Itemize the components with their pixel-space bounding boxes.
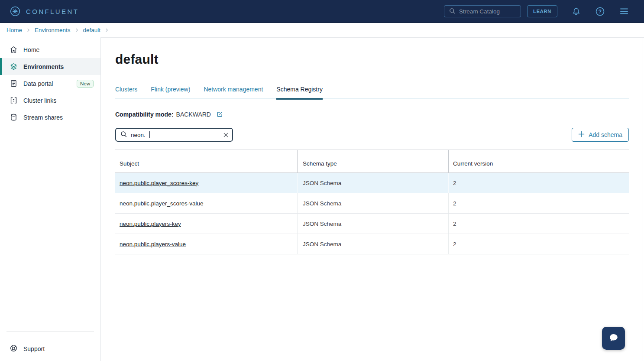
navbar-actions: Stream Catalog LEARN ?	[444, 5, 629, 17]
tab-network-management[interactable]: Network management	[204, 86, 263, 100]
sidebar-item-home[interactable]: Home	[0, 41, 100, 58]
table-row[interactable]: neon.public.player_scores-value JSON Sch…	[115, 193, 629, 214]
breadcrumb: Home Environments default	[0, 23, 644, 37]
tab-bar: Clusters Flink (preview) Network managem…	[115, 86, 629, 99]
sidebar-item-label: Environments	[23, 63, 64, 70]
right-edge-line	[643, 38, 643, 361]
confluent-logo-icon	[10, 6, 21, 17]
sidebar-item-environments[interactable]: Environments	[0, 58, 100, 75]
schema-toolbar: neon. Add schema	[115, 128, 629, 142]
add-schema-label: Add schema	[589, 131, 622, 138]
column-header-subject: Subject	[115, 150, 298, 172]
chat-bubble-icon	[608, 332, 619, 345]
subject-link[interactable]: neon.public.players-value	[120, 241, 186, 247]
schema-type-cell: JSON Schema	[298, 234, 449, 254]
sidebar-divider	[6, 331, 94, 332]
brand-wordmark: CONFLUENT	[26, 8, 79, 15]
sidebar-item-cluster-links[interactable]: Cluster links	[0, 92, 100, 109]
schema-table: Subject Schema type Current version neon…	[115, 150, 629, 254]
breadcrumb-home[interactable]: Home	[6, 27, 22, 33]
sidebar-item-label: Support	[23, 345, 45, 352]
schema-type-cell: JSON Schema	[298, 193, 449, 213]
compatibility-mode-row: Compatibility mode: BACKWARD	[115, 111, 644, 118]
sidebar-item-label: Data portal	[23, 80, 53, 87]
hamburger-menu-icon[interactable]	[619, 6, 629, 16]
database-icon	[10, 113, 18, 121]
learn-button[interactable]: LEARN	[527, 5, 557, 17]
main-content: default Clusters Flink (preview) Network…	[101, 37, 644, 361]
current-version-cell: 2	[449, 173, 629, 193]
compatibility-mode-label: Compatibility mode:	[115, 111, 174, 118]
current-version-cell: 2	[449, 193, 629, 213]
table-row[interactable]: neon.public.player_scores-key JSON Schem…	[115, 173, 629, 193]
tab-clusters[interactable]: Clusters	[115, 86, 137, 100]
life-ring-icon	[10, 344, 18, 354]
sidebar: Home Environments Data portal New	[0, 37, 101, 361]
plus-icon	[578, 131, 585, 139]
document-icon	[10, 79, 18, 88]
column-header-current-version: Current version	[449, 150, 629, 172]
subject-link[interactable]: neon.public.players-key	[120, 221, 181, 227]
chevron-right-icon	[75, 28, 79, 32]
current-version-cell: 2	[449, 214, 629, 234]
layers-icon	[10, 62, 18, 71]
page-title: default	[115, 52, 644, 67]
catalog-search-placeholder: Stream Catalog	[459, 8, 500, 15]
sidebar-item-label: Stream shares	[23, 114, 63, 121]
subject-link[interactable]: neon.public.player_scores-value	[120, 200, 204, 207]
schema-search-input[interactable]: neon.	[115, 128, 233, 142]
current-version-cell: 2	[449, 234, 629, 254]
top-navbar: CONFLUENT Stream Catalog LEARN ?	[0, 0, 644, 23]
sidebar-item-stream-shares[interactable]: Stream shares	[0, 109, 100, 126]
tab-flink-preview[interactable]: Flink (preview)	[151, 86, 190, 100]
breadcrumb-environments[interactable]: Environments	[35, 27, 71, 33]
subject-link[interactable]: neon.public.player_scores-key	[120, 180, 198, 186]
home-icon	[10, 46, 18, 54]
chat-widget-button[interactable]	[602, 327, 625, 350]
chevron-right-icon	[105, 28, 109, 32]
search-icon	[449, 7, 456, 16]
schema-type-cell: JSON Schema	[298, 173, 449, 193]
svg-text:?: ?	[599, 8, 602, 14]
sidebar-item-support[interactable]: Support	[0, 341, 100, 357]
table-header-row: Subject Schema type Current version	[115, 150, 629, 173]
clear-search-icon[interactable]	[223, 133, 228, 137]
stream-catalog-search[interactable]: Stream Catalog	[444, 5, 521, 17]
brackets-icon	[10, 96, 18, 104]
help-icon[interactable]: ?	[595, 7, 605, 16]
tab-schema-registry[interactable]: Schema Registry	[276, 86, 323, 100]
chevron-right-icon	[26, 28, 30, 32]
compatibility-mode-value: BACKWARD	[176, 111, 211, 118]
table-row[interactable]: neon.public.players-value JSON Schema 2	[115, 234, 629, 254]
sidebar-item-label: Home	[23, 46, 39, 53]
schema-type-cell: JSON Schema	[298, 214, 449, 234]
schema-search-value: neon.	[131, 132, 146, 138]
notifications-bell-icon[interactable]	[571, 7, 581, 16]
sidebar-item-data-portal[interactable]: Data portal New	[0, 75, 100, 92]
edit-icon[interactable]	[216, 111, 223, 118]
sidebar-item-label: Cluster links	[23, 97, 56, 104]
search-icon	[120, 130, 127, 140]
add-schema-button[interactable]: Add schema	[572, 128, 629, 142]
breadcrumb-default[interactable]: default	[83, 27, 101, 33]
column-header-schema-type: Schema type	[298, 150, 449, 172]
table-row[interactable]: neon.public.players-key JSON Schema 2	[115, 214, 629, 234]
new-badge: New	[77, 80, 94, 88]
confluent-brand[interactable]: CONFLUENT	[10, 6, 79, 17]
text-cursor	[149, 131, 150, 138]
